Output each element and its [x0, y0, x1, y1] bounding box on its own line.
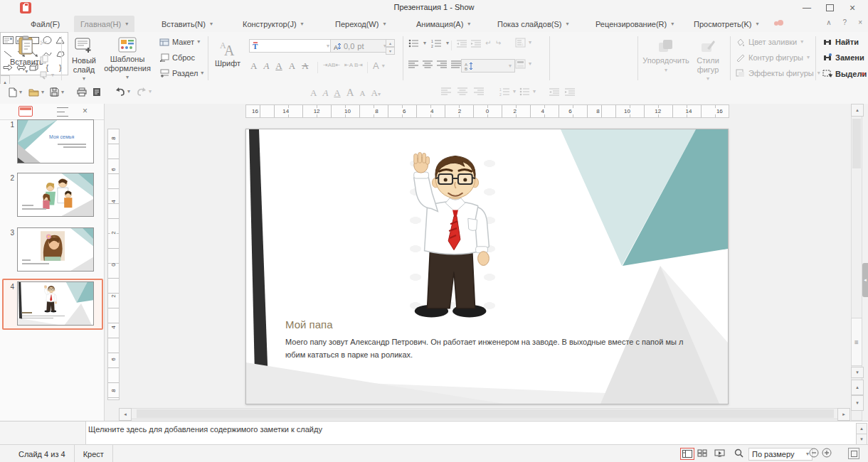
softbreak-right-icon[interactable]: ↵	[495, 39, 501, 47]
reset-button[interactable]: Сброс	[159, 53, 195, 63]
slide-thumbnail-4[interactable]: 4	[0, 281, 104, 324]
notes-placeholder[interactable]: Щелкните здесь для добавления содержимог…	[88, 425, 322, 434]
bold-button[interactable]: A	[310, 87, 317, 99]
numbering-icon[interactable]: 12	[499, 87, 509, 96]
italic-button[interactable]: A	[322, 87, 328, 99]
scroll-left-button[interactable]: ◂	[119, 408, 132, 421]
shape-triangle[interactable]	[54, 36, 66, 45]
font-color-button[interactable]: A▾	[371, 87, 381, 99]
arrange-button[interactable]: Упорядочить ▾	[643, 38, 689, 73]
panel-close-icon[interactable]: ×	[83, 106, 88, 116]
horizontal-scrollbar[interactable]	[119, 408, 849, 419]
shape-right-brace[interactable]: }	[54, 63, 66, 72]
previous-slide-button[interactable]: ▴	[851, 380, 864, 395]
tab-design[interactable]: Конструктор(J)▾	[236, 16, 310, 32]
align-left-icon[interactable]	[441, 87, 451, 96]
open-button[interactable]: ▾	[28, 87, 44, 97]
font-size-stepper[interactable]: ▴▾	[386, 39, 395, 55]
grow-font-button[interactable]: A	[289, 60, 295, 72]
horizontal-scrollbar-thumb[interactable]	[137, 409, 834, 418]
vertical-scrollbar-thumb[interactable]	[852, 119, 861, 168]
zoom-out-button[interactable]	[808, 447, 820, 458]
slide-thumbnail-1[interactable]: 1 Моя семья	[0, 119, 104, 162]
tab-transition[interactable]: Переход(W)▾	[329, 16, 392, 32]
font-size-select[interactable]: A 0,0 pt ▾	[330, 39, 390, 53]
paste-button[interactable]: Вставить ▾	[10, 36, 43, 75]
help-button[interactable]: ?	[843, 18, 847, 26]
shrink-font-button[interactable]: A	[360, 89, 366, 97]
dad-illustration[interactable]	[399, 151, 512, 320]
tab-insert[interactable]: Вставить(N)▾	[155, 16, 219, 32]
bold-button[interactable]: A	[250, 60, 257, 72]
align-center-icon[interactable]	[457, 87, 467, 96]
scroll-right-button[interactable]: ▸	[837, 408, 850, 421]
restore-button[interactable]	[820, 0, 840, 16]
vertical-ruler[interactable]: 864202468	[107, 129, 120, 400]
decrease-indent-icon[interactable]	[549, 87, 559, 96]
notes-scroll-down[interactable]: ▾	[856, 434, 867, 445]
design-templates-button[interactable]: Шаблоны оформления ▾	[104, 37, 151, 80]
collapse-sidebar-handle[interactable]: ◂	[862, 263, 868, 297]
copy-button[interactable]	[40, 55, 48, 64]
font-dialog-button[interactable]: A A Шрифт	[212, 38, 243, 68]
text-box-style-button[interactable]: ▾	[515, 59, 531, 69]
slides-tab-icon[interactable]	[18, 106, 33, 117]
underline-button[interactable]: A	[275, 60, 282, 72]
tab-slideshow[interactable]: Показ слайдов(S)▾	[491, 16, 575, 32]
member-icon[interactable]	[774, 20, 784, 28]
tab-file[interactable]: Файл(F)	[24, 16, 66, 32]
slide-body-text[interactable]: Моего папу зовут Александр Петрович. Он …	[285, 336, 685, 361]
shape-outline-button[interactable]: Контур фигуры▾	[736, 53, 810, 62]
shape-freeform[interactable]	[54, 49, 66, 58]
next-slide-button[interactable]: ▾	[851, 395, 864, 411]
collapse-ribbon-button[interactable]: ∧	[826, 18, 831, 26]
line-spacing-select[interactable]: AB ▾	[461, 59, 515, 72]
shape-effects-button[interactable]: Эффекты фигуры▾	[736, 69, 820, 77]
save-button[interactable]: ▾	[50, 87, 64, 97]
tab-view[interactable]: Просмотреть(K)▾	[687, 16, 765, 32]
section-button[interactable]: Раздел▾	[159, 69, 203, 78]
underline-button[interactable]: A	[334, 87, 340, 99]
zoom-level-select[interactable]: По размеру с▾	[748, 448, 813, 461]
redo-button[interactable]: ▾	[137, 87, 152, 96]
new-document-button[interactable]: ▾	[9, 87, 22, 97]
condense-spacing-button[interactable]: ⇥AB⇤	[323, 62, 340, 68]
select-button[interactable]: Выдели	[822, 70, 867, 79]
ribbon-overflow-button[interactable]: »	[861, 69, 865, 77]
slideshow-view-button[interactable]	[713, 448, 726, 458]
normal-view-button[interactable]	[680, 448, 694, 460]
font-color-button[interactable]: A▾	[373, 60, 385, 71]
spin-up-icon[interactable]: ▴	[386, 39, 395, 47]
text-direction-button[interactable]: ↓ ▾	[515, 38, 531, 48]
layout-button[interactable]: Макет▾	[159, 38, 200, 47]
scroll-up-button[interactable]: ▴	[851, 104, 864, 117]
zoom-in-button[interactable]	[821, 447, 832, 458]
expand-spacing-button[interactable]: ⇤A B⇥	[344, 62, 363, 68]
slide-thumbnail-3[interactable]: 3	[0, 227, 104, 270]
bullets-icon[interactable]	[519, 87, 529, 96]
spin-down-icon[interactable]: ▾	[386, 47, 395, 55]
align-right-icon[interactable]	[474, 87, 484, 96]
slide-canvas[interactable]: Мой папа Моего папу зовут Александр Петр…	[245, 129, 729, 404]
new-slide-button[interactable]: Новый слайд ▾	[65, 37, 102, 82]
fit-slide-button[interactable]	[848, 448, 859, 459]
tab-home[interactable]: Главная(H)▾	[74, 16, 134, 32]
outline-tab-icon[interactable]	[57, 106, 68, 118]
slide-sorter-view-button[interactable]	[696, 448, 709, 458]
increase-indent-icon[interactable]	[565, 87, 575, 96]
print-button[interactable]	[77, 87, 87, 97]
horizontal-ruler[interactable]: 1614121086420246810121416	[245, 104, 729, 118]
close-button[interactable]: ×	[842, 0, 862, 16]
replace-button[interactable]: Замени	[822, 53, 864, 63]
format-painter-button[interactable]: ▾	[40, 71, 54, 80]
tab-review[interactable]: Рецензирование(R)▾	[589, 16, 680, 32]
minimize-button[interactable]: —	[797, 0, 817, 16]
notes-scroll-up[interactable]: ▴	[856, 423, 867, 434]
print-preview-button[interactable]	[92, 87, 101, 97]
find-button[interactable]: Найти	[822, 38, 859, 47]
softbreak-left-icon[interactable]: ↵	[485, 39, 491, 47]
shape-styles-button[interactable]: Стили фигур ▾	[692, 38, 724, 82]
close-tab-button[interactable]: ×	[858, 18, 862, 26]
slide-thumbnail-2[interactable]: 2	[0, 173, 104, 215]
cut-button[interactable]: ✂	[40, 38, 48, 48]
